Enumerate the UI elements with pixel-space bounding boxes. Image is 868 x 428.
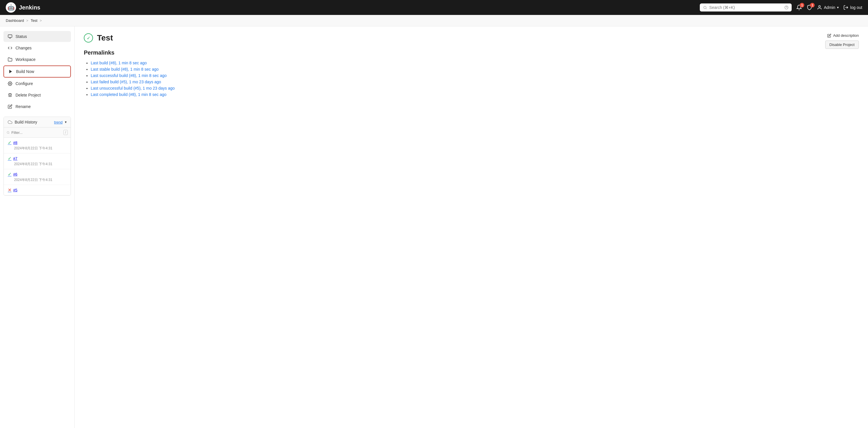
build-link-8[interactable]: #8	[13, 140, 17, 145]
main-header: 🤖 Jenkins 1 1 Admin ▾	[0, 0, 868, 15]
header-icons: 1 1 Admin ▾ log out	[796, 5, 862, 10]
status-success-icon: ✓	[84, 33, 93, 42]
build-item-8[interactable]: ✓ #8 2024年8月22日 下午4:31	[4, 138, 71, 153]
breadcrumb-test[interactable]: Test	[31, 19, 38, 23]
logout-button[interactable]: log out	[843, 5, 862, 10]
breadcrumb-sep-1: >	[26, 19, 28, 23]
trend-link[interactable]: trend	[54, 120, 63, 124]
disable-project-button[interactable]: Disable Project	[825, 40, 859, 49]
build-history-section: Build History trend ▾ / ✓ #8 2024年8月22日 …	[3, 117, 71, 196]
permalinks-list: Last build (#8), 1 min 8 sec ago Last st…	[84, 61, 859, 97]
build-history-header: Build History trend ▾	[4, 117, 71, 127]
sidebar-item-rename[interactable]: Rename	[3, 101, 71, 112]
permalink-last-completed-build-link[interactable]: Last completed build (#8), 1 min 8 sec a…	[91, 92, 166, 97]
search-icon	[703, 5, 707, 10]
sidebar-item-workspace-label: Workspace	[16, 57, 36, 62]
build-now-icon	[8, 69, 13, 74]
jenkins-logo[interactable]: 🤖 Jenkins	[6, 2, 40, 12]
build-date-6: 2024年8月22日 下午4:31	[8, 177, 67, 182]
permalink-last-failed-build: Last failed build (#5), 1 mo 23 days ago	[91, 80, 859, 84]
build-filter-input[interactable]	[11, 131, 62, 135]
build-item-7[interactable]: ✓ #7 2024年8月22日 下午4:31	[4, 153, 71, 169]
sidebar-item-changes-label: Changes	[16, 46, 32, 50]
add-description-button[interactable]: Add description	[827, 33, 859, 38]
logout-label: log out	[850, 5, 862, 10]
svg-marker-9	[9, 70, 12, 73]
user-label: Admin	[824, 5, 835, 10]
app-name: Jenkins	[19, 4, 40, 11]
sidebar-item-status[interactable]: Status	[3, 31, 71, 42]
shield-button[interactable]: 1	[807, 5, 812, 10]
edit-icon	[827, 34, 831, 38]
help-icon	[784, 5, 788, 10]
permalink-last-build-link[interactable]: Last build (#8), 1 min 8 sec ago	[91, 61, 147, 65]
build-success-icon-7: ✓	[8, 156, 11, 161]
search-input[interactable]	[709, 5, 782, 10]
changes-icon	[7, 46, 12, 51]
svg-line-12	[9, 133, 9, 134]
add-description-label: Add description	[833, 33, 859, 38]
search-bar	[700, 3, 792, 11]
sidebar-item-delete-project[interactable]: Delete Project	[3, 90, 71, 101]
shield-badge: 1	[810, 3, 815, 7]
delete-icon	[7, 92, 12, 98]
sidebar: Status Changes Workspace	[0, 26, 74, 428]
svg-point-0	[704, 6, 706, 9]
sidebar-item-changes[interactable]: Changes	[3, 42, 71, 53]
user-menu[interactable]: Admin ▾	[817, 5, 839, 10]
disable-project-label: Disable Project	[830, 42, 855, 47]
permalinks-section: Permalinks Last build (#8), 1 min 8 sec …	[84, 49, 859, 97]
chevron-down-icon: ▾	[837, 5, 839, 9]
breadcrumb-dashboard[interactable]: Dashboard	[6, 19, 24, 23]
notification-badge: 1	[800, 3, 804, 7]
cloud-icon	[8, 120, 12, 124]
main-content: ✓ Test Add description Disable Project P…	[74, 26, 868, 428]
permalinks-title: Permalinks	[84, 49, 859, 56]
build-link-5[interactable]: #5	[13, 188, 17, 192]
sidebar-item-delete-label: Delete Project	[16, 93, 41, 97]
sidebar-item-workspace[interactable]: Workspace	[3, 54, 71, 65]
permalink-last-unsuccessful-build-link[interactable]: Last unsuccessful build (#5), 1 mo 23 da…	[91, 86, 175, 90]
permalink-last-completed-build: Last completed build (#8), 1 min 8 sec a…	[91, 92, 859, 97]
sidebar-item-configure-label: Configure	[16, 81, 33, 86]
sidebar-item-configure[interactable]: Configure	[3, 78, 71, 89]
right-actions: Add description Disable Project	[825, 33, 859, 49]
notifications-button[interactable]: 1	[796, 5, 802, 10]
sidebar-item-status-label: Status	[16, 34, 27, 39]
sidebar-item-rename-label: Rename	[16, 104, 31, 109]
breadcrumb-sep-2: >	[40, 19, 42, 23]
page-title-area: ✓ Test	[84, 33, 859, 42]
svg-point-11	[7, 131, 9, 133]
build-number-7: ✓ #7	[8, 156, 67, 161]
build-number-8: ✓ #8	[8, 140, 67, 145]
permalink-last-successful-build: Last successful build (#8), 1 min 8 sec …	[91, 73, 859, 78]
filter-search-icon	[7, 131, 10, 135]
build-number-6: ✓ #6	[8, 171, 67, 177]
build-number-5: ✕ #5	[8, 187, 67, 193]
build-history-title: Build History	[14, 120, 52, 124]
sidebar-item-build-now-label: Build Now	[16, 69, 34, 74]
permalink-last-build: Last build (#8), 1 min 8 sec ago	[91, 61, 859, 65]
build-fail-icon-5: ✕	[8, 187, 11, 193]
build-item-6[interactable]: ✓ #6 2024年8月22日 下午4:31	[4, 169, 71, 185]
permalink-last-stable-build-link[interactable]: Last stable build (#8), 1 min 8 sec ago	[91, 67, 159, 72]
permalink-last-failed-build-link[interactable]: Last failed build (#5), 1 mo 23 days ago	[91, 80, 161, 84]
build-item-5[interactable]: ✕ #5	[4, 185, 71, 195]
permalink-last-successful-build-link[interactable]: Last successful build (#8), 1 min 8 sec …	[91, 73, 167, 78]
build-success-icon-8: ✓	[8, 140, 11, 145]
jenkins-icon: 🤖	[6, 2, 16, 12]
permalink-last-unsuccessful-build: Last unsuccessful build (#5), 1 mo 23 da…	[91, 86, 859, 90]
svg-rect-6	[8, 35, 12, 37]
permalink-last-stable-build: Last stable build (#8), 1 min 8 sec ago	[91, 67, 859, 72]
build-date-7: 2024年8月22日 下午4:31	[8, 162, 67, 167]
build-history-chevron: ▾	[65, 120, 67, 124]
build-link-7[interactable]: #7	[13, 156, 17, 161]
build-history-filter: /	[4, 127, 71, 138]
sidebar-item-build-now[interactable]: Build Now	[3, 65, 71, 78]
status-icon	[7, 34, 12, 39]
rename-icon	[7, 104, 12, 109]
build-link-6[interactable]: #6	[13, 172, 17, 176]
breadcrumb: Dashboard > Test >	[0, 15, 868, 26]
page-title: Test	[97, 33, 113, 42]
build-success-icon-6: ✓	[8, 171, 11, 177]
